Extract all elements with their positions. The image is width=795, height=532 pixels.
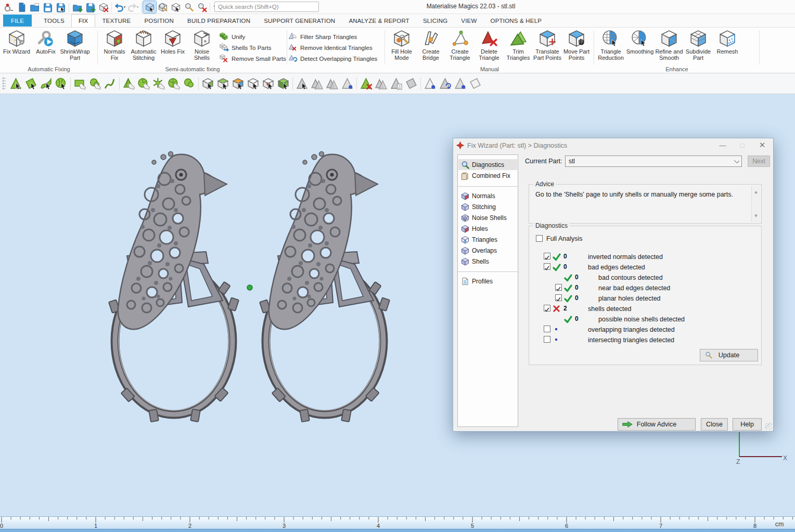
ribbon-button-create-bridge[interactable]: Create Bridge xyxy=(416,29,445,64)
plane-marked-icon[interactable] xyxy=(404,76,419,91)
ribbon-button-automatic-stitching[interactable]: Automatic Stitching xyxy=(129,29,158,64)
ribbon-button-filter-sharp-triangles[interactable]: Filter Sharp Triangles xyxy=(288,31,377,42)
shade-triangles-2-icon[interactable] xyxy=(310,76,325,91)
ribbon-button-move-part-points[interactable]: Move Part Points xyxy=(562,29,591,64)
select-surfaces-icon[interactable] xyxy=(39,76,54,91)
pick-part-icon[interactable] xyxy=(169,1,182,13)
save-part-icon[interactable] xyxy=(84,1,97,13)
save-as-icon[interactable] xyxy=(54,1,67,13)
zoom-in-icon[interactable] xyxy=(182,1,195,13)
mark-disc-icon[interactable] xyxy=(166,76,182,91)
ribbon-button-remesh[interactable]: Remesh xyxy=(713,29,742,64)
magics-home-icon[interactable] xyxy=(2,1,15,13)
export-marked-icon[interactable] xyxy=(389,76,404,91)
update-button[interactable]: Update xyxy=(700,349,758,361)
diagnostic-checkbox[interactable] xyxy=(544,263,550,270)
menu-tab-position[interactable]: POSITION xyxy=(137,14,181,27)
wizard-page-overlaps[interactable]: Overlaps xyxy=(458,245,517,256)
menu-tab-slicing[interactable]: SLICING xyxy=(416,14,454,27)
mark-window-triangles-icon[interactable] xyxy=(121,76,136,91)
wizard-page-triangles[interactable]: Triangles xyxy=(458,234,517,245)
select-part-icon[interactable] xyxy=(143,1,156,13)
wizard-page-combined-fix[interactable]: Combined Fix xyxy=(458,170,517,181)
select-top-face-icon[interactable] xyxy=(230,76,246,91)
advice-scrollbar[interactable]: ▲ ▼ xyxy=(751,186,760,222)
next-button[interactable]: Next xyxy=(748,155,770,167)
menu-tab-build-preparation[interactable]: BUILD PREPARATION xyxy=(181,14,257,27)
menu-tab-fix[interactable]: FIX xyxy=(71,14,96,27)
mark-brush-icon[interactable] xyxy=(136,76,151,91)
wizard-page-shells[interactable]: Shells xyxy=(458,256,517,267)
diagnostic-checkbox[interactable] xyxy=(544,326,550,332)
full-analysis-checkbox[interactable] xyxy=(536,235,543,242)
ribbon-button-fill-hole-mode[interactable]: Fill Hole Mode xyxy=(387,29,416,64)
dialog-close-button[interactable]: ✕ xyxy=(753,138,771,152)
ribbon-button-subdivide-part[interactable]: Subdivide Part xyxy=(684,29,713,64)
flip-normals-icon[interactable] xyxy=(340,76,355,91)
toolbar-grip[interactable] xyxy=(2,77,5,90)
ribbon-button-shrinkwrap-part[interactable]: ShrinkWrap Part xyxy=(60,29,89,64)
mark-freeform-icon[interactable] xyxy=(87,76,102,91)
menu-tab-texture[interactable]: TEXTURE xyxy=(95,14,137,27)
undo-icon[interactable]: ▾ xyxy=(113,1,126,13)
ribbon-button-translate-part-points[interactable]: Translate Part Points xyxy=(533,29,562,64)
lasso-triangle-icon[interactable] xyxy=(422,76,438,91)
save-icon[interactable] xyxy=(41,1,54,13)
mark-small-disc-icon[interactable] xyxy=(182,76,197,91)
ribbon-button-smoothing[interactable]: Smoothing xyxy=(625,29,655,64)
help-button[interactable]: Help xyxy=(733,418,762,431)
ribbon-button-detect-overlapping-triangles[interactable]: Detect Overlapping Triangles xyxy=(288,53,377,64)
select-through-part-icon[interactable] xyxy=(200,76,215,91)
remove-part-icon[interactable] xyxy=(97,1,110,13)
ribbon-button-unify[interactable]: Unify xyxy=(220,31,286,42)
shade-triangles-3-icon[interactable] xyxy=(325,76,340,91)
close-button[interactable]: Close xyxy=(701,418,728,431)
mark-rectangle-icon[interactable] xyxy=(72,76,87,91)
select-part-cube-icon[interactable] xyxy=(215,76,230,91)
select-shells-icon[interactable] xyxy=(54,76,69,91)
diagnostic-checkbox[interactable] xyxy=(544,253,550,259)
wizard-page-noise-shells[interactable]: Noise Shells xyxy=(458,212,517,223)
dialog-maximize-button[interactable]: □ xyxy=(734,138,751,152)
menu-tab-support-generation[interactable]: SUPPORT GENERATION xyxy=(257,14,342,27)
point-marked-icon[interactable] xyxy=(453,76,468,91)
ribbon-button-delete-triangle[interactable]: Delete Triangle xyxy=(475,29,504,64)
follow-advice-button[interactable]: Follow Advice xyxy=(618,418,696,431)
select-planes-icon[interactable] xyxy=(23,76,39,91)
diagnostic-checkbox[interactable] xyxy=(555,284,562,291)
wizard-page-profiles[interactable]: Profiles xyxy=(458,276,517,287)
redo-icon[interactable]: ▾ xyxy=(126,1,139,13)
clear-selection-cube-icon[interactable] xyxy=(246,76,261,91)
ribbon-button-remove-small-parts[interactable]: Remove Small Parts xyxy=(220,53,286,64)
mark-spikes-icon[interactable] xyxy=(151,76,166,91)
shade-triangle-icon[interactable] xyxy=(294,76,310,91)
model-earring-left[interactable] xyxy=(109,152,239,422)
diagnostic-checkbox[interactable] xyxy=(544,305,550,312)
ribbon-button-triangle-reduction[interactable]: Triangle Reduction xyxy=(596,29,625,64)
ghost-plane-icon[interactable] xyxy=(468,76,483,91)
wizard-page-stitching[interactable]: Stitching xyxy=(458,201,517,212)
wizard-page-diagnostics[interactable]: Diagnostics xyxy=(458,159,517,170)
mark-solid-cube-icon[interactable] xyxy=(276,76,291,91)
ribbon-button-shells-to-parts[interactable]: Shells To Parts xyxy=(220,42,286,53)
ribbon-button-fix-wizard[interactable]: Fix Wizard xyxy=(2,29,31,64)
wizard-page-normals[interactable]: Normals xyxy=(458,190,517,201)
ribbon-button-noise-shells[interactable]: Noise Shells xyxy=(187,29,216,64)
menu-tab-analyze-report[interactable]: ANALYZE & REPORT xyxy=(342,14,416,27)
search-input[interactable] xyxy=(214,2,319,12)
zoom-reset-icon[interactable] xyxy=(195,1,208,13)
diagnostic-checkbox[interactable] xyxy=(544,336,550,343)
scroll-down-icon[interactable]: ▼ xyxy=(753,213,759,219)
menu-tab-file[interactable]: FILE xyxy=(3,15,32,27)
dialog-titlebar[interactable]: Fix Wizard (Part: stl) > Diagnostics — □… xyxy=(453,138,773,152)
ribbon-button-remove-identical-triangles[interactable]: Remove Identical Triangles xyxy=(288,42,377,53)
mark-polyline-icon[interactable] xyxy=(102,76,118,91)
import-part-icon[interactable] xyxy=(71,1,84,13)
smooth-marked-icon[interactable] xyxy=(438,76,453,91)
mark-hole-cube-icon[interactable] xyxy=(261,76,276,91)
ribbon-button-holes-fix[interactable]: Holes Fix xyxy=(158,29,187,64)
dialog-resize-grip[interactable] xyxy=(765,423,772,430)
wizard-page-holes[interactable]: Holes xyxy=(458,223,517,234)
diagnostic-checkbox[interactable] xyxy=(555,294,562,301)
ribbon-button-trim-triangles[interactable]: Trim Triangles xyxy=(504,29,533,64)
